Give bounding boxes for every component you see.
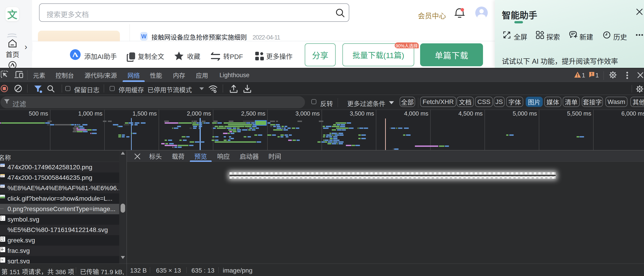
svg-text:2,000 ms: 2,000 ms xyxy=(187,110,211,117)
svg-text:500 ms: 500 ms xyxy=(29,110,48,117)
svg-text:1,000 ms: 1,000 ms xyxy=(78,110,102,117)
svg-text:4,000 ms: 4,000 ms xyxy=(404,110,428,117)
svg-text:4,500 ms: 4,500 ms xyxy=(458,110,483,117)
svg-text:6,000 ms: 6,000 ms xyxy=(621,110,644,117)
svg-text:2,500 ms: 2,500 ms xyxy=(241,110,266,117)
svg-text:5,000 ms: 5,000 ms xyxy=(513,110,537,117)
svg-text:3,000 ms: 3,000 ms xyxy=(296,110,320,117)
svg-text:3,500 ms: 3,500 ms xyxy=(350,110,374,117)
svg-text:5,500 ms: 5,500 ms xyxy=(567,110,591,117)
svg-text:1,500 ms: 1,500 ms xyxy=(132,110,157,117)
